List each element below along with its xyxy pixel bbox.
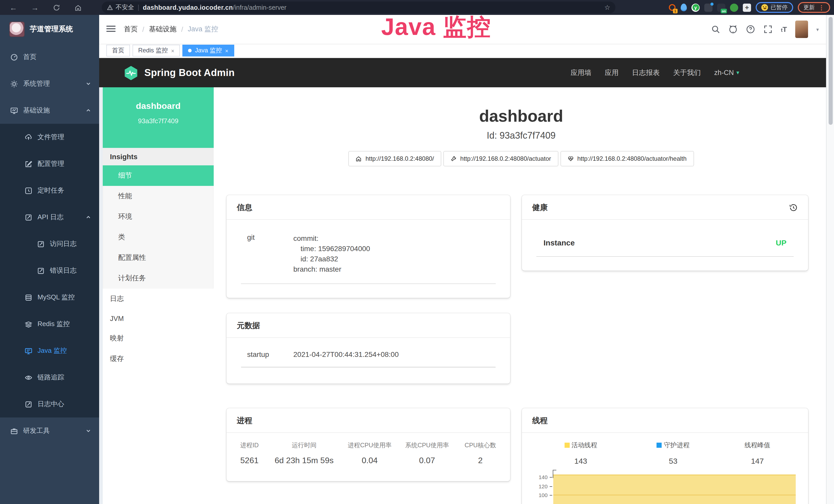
sba-menu-classes[interactable]: 类 [103,227,214,248]
sba-main-panel: dashboard Id: 93a3fc7f7409 http://192.16… [214,87,834,504]
extension-refresh-icon[interactable]: 1 [668,3,676,12]
close-icon[interactable]: × [171,47,174,54]
sba-menu-insights-group: 细节 性能 环境 类 配置属性 计划任务 [103,165,214,289]
sidebar-item-config[interactable]: 配置管理 [0,151,99,177]
page-scrollbar[interactable] [826,15,834,504]
status-badge: UP [776,238,787,247]
chevron-down-icon: ▾ [737,69,739,76]
font-size-icon[interactable]: tT [781,25,787,33]
info-card: 信息 git commit: time: 1596289704000 [226,195,510,298]
breadcrumb-home[interactable]: 首页 [124,25,138,34]
daemon-threads-value: 53 [632,457,714,465]
service-url-button[interactable]: http://192.168.0.2:48080/ [349,151,441,166]
process-card-header: 进程 [226,408,510,433]
sidebar-item-file[interactable]: 文件管理 [0,124,99,151]
cards-left-column: 信息 git commit: time: 1596289704000 [226,195,510,481]
paused-pill[interactable]: 已暂停 [756,2,793,13]
sidebar-item-java-monitor[interactable]: Java 监控 [0,337,99,364]
sba-body: dashboard 93a3fc7f7409 Insights 细节 性能 环境… [99,87,834,504]
sba-menu-env[interactable]: 环境 [103,206,214,227]
sidebar-item-apilog[interactable]: API 日志 [0,204,99,231]
extension-on-icon[interactable]: on [717,3,725,12]
sba-menu-logfile[interactable]: 日志 [103,289,214,309]
app-logo-row[interactable]: 芋道管理系统 [0,15,99,44]
url-path: /infra/admin-server [233,4,286,11]
peak-threads-value: 147 [714,457,801,465]
sidebar-item-mysql[interactable]: MySQL 监控 [0,284,99,311]
home-nav-icon[interactable] [73,4,83,11]
health-instance-label: Instance [544,238,575,247]
sidebar-item-errorlog[interactable]: 错误日志 [0,257,99,284]
sidebar-item-accesslog[interactable]: 访问日志 [0,231,99,257]
sba-menu-configprops[interactable]: 配置属性 [103,248,214,268]
sba-locale-select[interactable]: zh-CN ▾ [714,69,739,76]
sidebar-item-home[interactable]: 首页 [0,44,99,70]
update-button[interactable]: 更新 ⋮ [798,2,830,13]
gear-icon [10,80,18,88]
sidebar-item-redis[interactable]: Redis 监控 [0,311,99,337]
breadcrumb-separator: / [142,25,144,33]
close-icon[interactable]: × [225,47,228,54]
heartbeat-icon [567,156,574,162]
extension-y-icon[interactable]: y [692,3,700,12]
sba-nav-journal[interactable]: 日志报表 [632,68,660,77]
sidebar-item-logcenter[interactable]: 日志中心 [0,391,99,417]
help-icon[interactable] [746,25,755,34]
topbar-icons: tT ▾ [711,21,819,38]
history-icon[interactable] [789,203,798,212]
actuator-url-button[interactable]: http://192.168.0.2:48080/actuator [443,151,558,166]
sidebar-item-infra[interactable]: 基础设施 [0,97,99,124]
legend-active-threads[interactable]: 活动线程 [529,441,632,450]
fullscreen-icon[interactable] [763,25,773,34]
instance-header[interactable]: dashboard 93a3fc7f7409 [103,87,214,148]
sba-nav: 应用墙 应用 日志报表 关于我们 zh-CN ▾ [570,68,739,77]
forward-icon[interactable]: → [30,3,40,12]
sidebar-item-trace[interactable]: 链路追踪 [0,364,99,391]
back-icon[interactable]: ← [8,3,19,12]
extensions-puzzle-icon[interactable]: ✚ [743,3,751,12]
legend-daemon-threads[interactable]: 守护进程 [632,441,714,450]
sba-menu-caches[interactable]: 缓存 [103,349,214,369]
active-dot [188,49,192,52]
sba-brand[interactable]: Spring Boot Admin [123,65,235,81]
extension-grid-icon[interactable] [704,3,712,12]
extension-search-icon[interactable] [730,3,738,12]
sba-menu-jvm[interactable]: JVM [103,309,214,328]
sba-menu-mappings[interactable]: 映射 [103,328,214,349]
metadata-value: 2021-04-27T00:44:31.254+08:00 [293,350,399,359]
bookmark-star-icon[interactable]: ☆ [605,4,610,11]
sidebar: 芋道管理系统 首页 系统管理 基础设施 文件管理 [0,15,99,504]
hamburger-icon[interactable] [106,26,115,33]
sba-nav-applications[interactable]: 应用 [605,68,618,77]
metadata-key: startup [237,350,293,359]
health-url-button[interactable]: http://192.168.0.2:48080/actuator/health [560,151,694,166]
scrollbar-thumb[interactable] [829,17,833,125]
sba-menu-scheduled[interactable]: 计划任务 [103,268,214,289]
breadcrumb-infra[interactable]: 基础设施 [149,25,177,34]
tab-java-monitor[interactable]: Java 监控× [183,45,234,56]
search-icon[interactable] [711,25,720,34]
sba-menu-details[interactable]: 细节 [103,165,214,186]
cards-grid: 信息 git commit: time: 1596289704000 [226,195,816,504]
extension-pin-icon[interactable] [681,4,687,11]
sidebar-item-system[interactable]: 系统管理 [0,70,99,97]
sidebar-item-job[interactable]: 定时任务 [0,177,99,204]
sidebar-item-devtools[interactable]: 研发工具 [0,417,99,444]
sba-nav-wallboard[interactable]: 应用墙 [570,68,591,77]
health-row-instance[interactable]: Instance UP [532,238,798,247]
avatar[interactable] [795,21,808,38]
page-title: dashboard [226,107,816,126]
breadcrumb-current: Java 监控 [188,25,218,34]
cloud-upload-icon [25,133,32,141]
reload-icon[interactable] [51,4,62,11]
address-bar[interactable]: 不安全 dashboard.yudao.iocoder.cn/infra/adm… [102,2,615,13]
tab-redis-monitor[interactable]: Redis 监控× [133,45,180,56]
sba-nav-about[interactable]: 关于我们 [673,68,701,77]
sba-menu-metrics[interactable]: 性能 [103,186,214,206]
divider [536,256,794,257]
edit-icon [25,160,32,168]
github-icon[interactable] [728,25,738,34]
tab-home[interactable]: 首页 [106,45,130,56]
avatar-caret-icon[interactable]: ▾ [816,26,819,32]
browser-menu-icon[interactable]: ⋮ [818,4,825,11]
